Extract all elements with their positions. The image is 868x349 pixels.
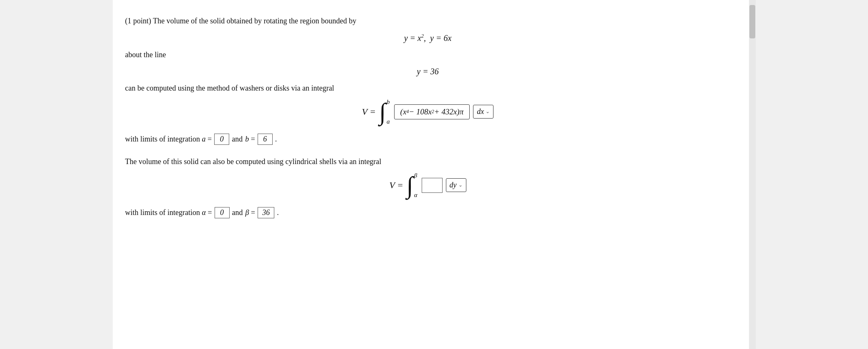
b-label: b = <box>245 135 255 144</box>
integral-2-container: V = ∫ β α dy ⌄ <box>125 172 731 199</box>
integrand-2-empty[interactable] <box>422 178 443 193</box>
method-line: can be computed using the method of wash… <box>125 84 731 93</box>
and-text-1: and <box>232 135 243 144</box>
integral-symbol-2: ∫ <box>407 173 413 197</box>
equation-1: y = x2, y = 6x <box>125 33 731 43</box>
dy-dropdown-arrow: ⌄ <box>458 182 463 188</box>
limits-line-2: with limits of integration α = 0 and β =… <box>125 207 731 218</box>
v-label-1: V = <box>362 106 376 117</box>
intro-section: (1 point) The volume of the solid obtain… <box>125 17 731 25</box>
integral-bounds-2: β α <box>414 172 418 199</box>
integrand-1: (x4 − 108x2 + 432x)π <box>394 104 470 119</box>
integral-1-container: V = ∫ b a (x4 − 108x2 + 432x)π dx ⌄ <box>125 99 731 125</box>
limits-text-2: with limits of integration α = <box>125 208 212 217</box>
integral-symbol-1: ∫ <box>379 100 386 124</box>
dx-dropdown-1[interactable]: dx ⌄ <box>473 105 493 119</box>
eq1-text: y = x2, y = 6x <box>404 33 452 43</box>
shells-line-text: The volume of this solid can also be com… <box>125 157 382 166</box>
about-line: about the line <box>125 51 731 59</box>
page-container: (1 point) The volume of the solid obtain… <box>113 0 756 349</box>
lower-bound-1: a <box>387 118 390 125</box>
upper-bound-2: β <box>414 172 418 179</box>
beta-label: β = <box>245 208 256 217</box>
alpha-value-input[interactable]: 0 <box>215 207 230 218</box>
beta-value-input[interactable]: 36 <box>258 207 274 218</box>
lower-bound-2: α <box>414 192 418 199</box>
dx-label: dx <box>477 107 484 116</box>
and-text-2: and <box>232 208 243 217</box>
v-label-2: V = <box>389 180 403 191</box>
integral-bounds-1: b a <box>387 99 390 125</box>
integral-2-expr: V = ∫ β α dy ⌄ <box>389 172 466 199</box>
dx-dropdown-arrow: ⌄ <box>486 109 490 115</box>
eq2-text: y = 36 <box>417 67 438 76</box>
scrollbar[interactable] <box>749 0 756 349</box>
shells-line: The volume of this solid can also be com… <box>125 157 731 166</box>
method-line-text: can be computed using the method of wash… <box>125 84 334 92</box>
b-value-input[interactable]: 6 <box>258 134 273 145</box>
dy-label: dy <box>450 181 457 190</box>
scrollbar-thumb[interactable] <box>749 5 755 38</box>
integral-1-expr: V = ∫ b a (x4 − 108x2 + 432x)π dx ⌄ <box>362 99 493 125</box>
limits-line-1: with limits of integration a = 0 and b =… <box>125 134 731 145</box>
equation-2: y = 36 <box>125 67 731 76</box>
about-line-text: about the line <box>125 51 166 59</box>
period-1: . <box>275 135 277 144</box>
a-value-input[interactable]: 0 <box>214 134 229 145</box>
upper-bound-1: b <box>387 99 390 106</box>
intro-text: (1 point) The volume of the solid obtain… <box>125 17 357 25</box>
limits-text-1: with limits of integration a = <box>125 135 212 144</box>
dy-dropdown-2[interactable]: dy ⌄ <box>446 178 466 192</box>
period-2: . <box>277 208 279 217</box>
